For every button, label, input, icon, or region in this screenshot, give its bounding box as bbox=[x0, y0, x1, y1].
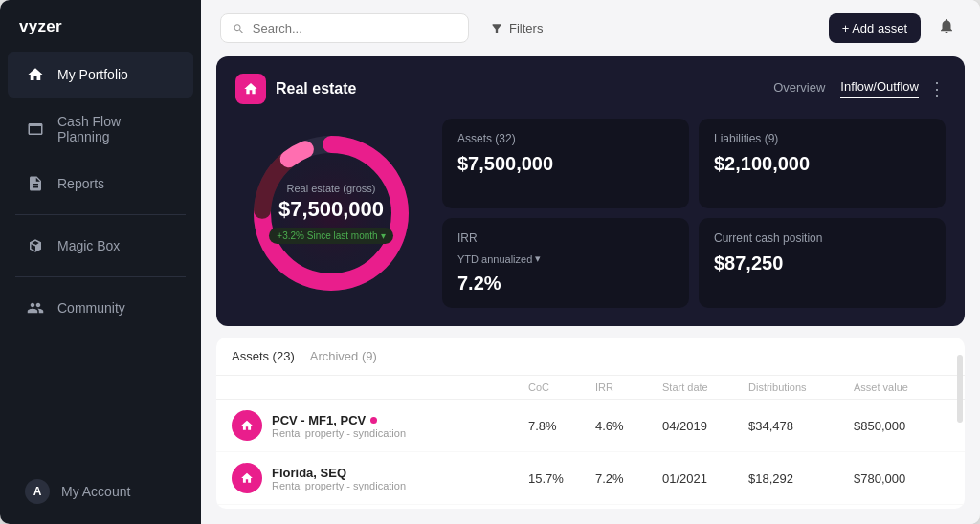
sidebar-nav: My Portfolio Cash Flow Planning Reports bbox=[0, 50, 201, 524]
asset-type-1: Rental property - syndication bbox=[272, 427, 406, 439]
col-irr: IRR bbox=[595, 382, 662, 393]
cell-assetvalue-2: $780,000 bbox=[854, 471, 949, 486]
cell-irr-1: 4.6% bbox=[595, 419, 662, 433]
reports-icon bbox=[25, 173, 46, 194]
col-asset-value: Asset value bbox=[854, 382, 949, 393]
card-body: Real estate (gross) $7,500,000 +3.2% Sin… bbox=[235, 118, 946, 309]
scrollbar[interactable] bbox=[957, 355, 963, 424]
asset-info-2: Florida, SEQ Rental property - syndicati… bbox=[232, 463, 528, 493]
card-header: Real estate Overview Inflow/Outflow ⋮ bbox=[235, 74, 946, 104]
tab-inflow-outflow[interactable]: Inflow/Outflow bbox=[840, 79, 919, 98]
home-icon bbox=[25, 64, 46, 85]
col-coc: CoC bbox=[528, 382, 595, 393]
cell-startdate-2: 01/2021 bbox=[662, 471, 748, 486]
metrics-grid: Assets (32) $7,500,000 Liabilities (9) $… bbox=[442, 119, 946, 308]
metric-irr: IRR YTD annualized ▾ 7.2% bbox=[442, 218, 689, 308]
metric-liabilities: Liabilities (9) $2,100,000 bbox=[699, 119, 946, 208]
table-row: Florida, SEQ Rental property - syndicati… bbox=[216, 452, 965, 505]
donut-label: Real estate (gross) bbox=[269, 183, 392, 194]
donut-chart: Real estate (gross) $7,500,000 +3.2% Sin… bbox=[235, 118, 427, 309]
community-label: Community bbox=[57, 300, 125, 316]
badge-chevron: ▾ bbox=[381, 230, 386, 241]
real-estate-icon bbox=[235, 74, 266, 104]
cell-startdate-1: 04/2019 bbox=[662, 419, 748, 433]
asset-info-1: PCV - MF1, PCV Rental property - syndica… bbox=[232, 410, 528, 441]
asset-type-2: Rental property - syndication bbox=[272, 480, 406, 491]
divider-2 bbox=[15, 276, 186, 277]
metric-cash-label: Current cash position bbox=[714, 231, 930, 245]
metric-assets-value: $7,500,000 bbox=[457, 153, 674, 175]
portfolio-label: My Portfolio bbox=[57, 67, 128, 82]
card-title: Real estate bbox=[276, 80, 764, 98]
table-columns: CoC IRR Start date Distributions Asset v… bbox=[216, 376, 965, 400]
cell-coc-2: 15.7% bbox=[528, 471, 595, 486]
real-estate-card: Real estate Overview Inflow/Outflow ⋮ bbox=[216, 56, 965, 326]
avatar: A bbox=[25, 479, 50, 504]
asset-icon-2 bbox=[232, 463, 262, 493]
sidebar: vyzer My Portfolio Cash Flow Planning bbox=[0, 0, 201, 524]
filter-icon bbox=[490, 22, 503, 35]
cell-coc-1: 7.8% bbox=[528, 419, 595, 433]
sidebar-item-reports[interactable]: Reports bbox=[8, 161, 193, 207]
reports-label: Reports bbox=[57, 176, 104, 191]
search-icon bbox=[233, 22, 245, 35]
metric-liabilities-label: Liabilities (9) bbox=[714, 132, 930, 145]
tab-archived[interactable]: Archived (9) bbox=[310, 349, 377, 363]
metric-assets: Assets (32) $7,500,000 bbox=[442, 119, 689, 208]
community-icon bbox=[25, 297, 46, 318]
cell-irr-2: 7.2% bbox=[595, 471, 662, 486]
dashboard-area: Real estate Overview Inflow/Outflow ⋮ bbox=[201, 56, 980, 524]
col-distributions: Distributions bbox=[748, 382, 854, 393]
sidebar-item-portfolio[interactable]: My Portfolio bbox=[8, 52, 193, 98]
tab-assets[interactable]: Assets (23) bbox=[232, 349, 295, 363]
table-rows: PCV - MF1, PCV Rental property - syndica… bbox=[216, 400, 965, 509]
metric-cash-value: $87,250 bbox=[714, 252, 930, 274]
asset-name-1: PCV - MF1, PCV bbox=[272, 413, 406, 427]
asset-name-2: Florida, SEQ bbox=[272, 466, 406, 480]
magicbox-label: Magic Box bbox=[57, 238, 120, 253]
sidebar-item-magicbox[interactable]: Magic Box bbox=[8, 223, 193, 269]
filters-button[interactable]: Filters bbox=[480, 14, 552, 42]
col-asset bbox=[232, 382, 528, 393]
table-row: PCV - MF1, PCV Rental property - syndica… bbox=[216, 400, 965, 452]
cell-distributions-1: $34,478 bbox=[748, 419, 854, 433]
sidebar-account[interactable]: A My Account bbox=[8, 467, 193, 516]
filters-label: Filters bbox=[509, 21, 543, 35]
donut-value: $7,500,000 bbox=[269, 198, 392, 221]
cell-distributions-2: $18,292 bbox=[748, 471, 854, 486]
topbar: Filters + Add asset bbox=[201, 0, 980, 56]
metric-liabilities-value: $2,100,000 bbox=[714, 153, 930, 175]
search-box[interactable] bbox=[220, 13, 469, 43]
bell-icon bbox=[938, 17, 955, 34]
divider-1 bbox=[15, 214, 186, 215]
main-content: Filters + Add asset Real estate Ov bbox=[201, 0, 980, 524]
asset-status-dot-1 bbox=[370, 417, 377, 424]
metric-irr-label: IRR bbox=[457, 231, 674, 245]
sidebar-item-community[interactable]: Community bbox=[8, 285, 193, 331]
tab-overview[interactable]: Overview bbox=[773, 80, 825, 98]
add-asset-button[interactable]: + Add asset bbox=[829, 13, 921, 43]
cashflow-icon bbox=[25, 119, 46, 140]
account-label: My Account bbox=[61, 484, 130, 499]
donut-badge[interactable]: +3.2% Since last month ▾ bbox=[269, 228, 392, 244]
col-start-date: Start date bbox=[662, 382, 748, 393]
notification-button[interactable] bbox=[932, 11, 961, 45]
sidebar-item-cashflow[interactable]: Cash Flow Planning bbox=[8, 101, 193, 157]
metric-assets-label: Assets (32) bbox=[457, 132, 674, 145]
assets-table: Assets (23) Archived (9) CoC IRR Start d… bbox=[216, 338, 965, 509]
metric-irr-sublabel: YTD annualized ▾ bbox=[457, 252, 674, 265]
donut-center: Real estate (gross) $7,500,000 +3.2% Sin… bbox=[269, 183, 392, 243]
table-header: Assets (23) Archived (9) bbox=[216, 338, 965, 376]
add-asset-label: + Add asset bbox=[842, 21, 907, 35]
badge-text: +3.2% Since last month bbox=[277, 230, 377, 241]
asset-icon-1 bbox=[232, 410, 262, 441]
metric-irr-value: 7.2% bbox=[457, 273, 674, 295]
search-input[interactable] bbox=[253, 21, 457, 35]
cashflow-label: Cash Flow Planning bbox=[57, 114, 176, 144]
table-row: Atlanta, M1 bbox=[216, 505, 965, 509]
magicbox-icon bbox=[25, 235, 46, 256]
cell-assetvalue-1: $850,000 bbox=[854, 419, 949, 433]
metric-cash: Current cash position $87,250 bbox=[699, 218, 946, 308]
more-options-button[interactable]: ⋮ bbox=[928, 78, 946, 99]
irr-chevron[interactable]: ▾ bbox=[535, 252, 541, 265]
